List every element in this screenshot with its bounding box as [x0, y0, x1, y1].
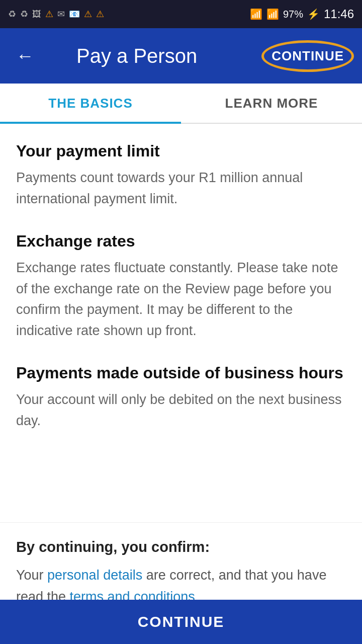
confirm-title: By continuing, you confirm: — [16, 539, 346, 555]
confirm-body-prefix: Your — [16, 568, 47, 583]
status-bar-right: 📶 📶 97% ⚡ 11:46 — [250, 7, 354, 21]
bottom-continue-label: CONTINUE — [138, 613, 225, 630]
warning-icon: ⚠ — [45, 9, 53, 20]
tab-basics[interactable]: THE BASICS — [0, 84, 181, 123]
warning2-icon: ⚠ — [84, 9, 92, 20]
battery-charging-icon: ⚡ — [307, 8, 320, 20]
header-continue-button[interactable]: CONTINUE — [265, 44, 350, 68]
gmail-icon: 📧 — [69, 9, 80, 20]
recycle-icon: ♻ — [8, 9, 16, 20]
section-payment-limit-title: Your payment limit — [16, 142, 346, 160]
personal-details-link[interactable]: personal details — [47, 568, 142, 583]
section-outside-hours-body: Your account will only be debited on the… — [16, 389, 346, 432]
status-bar: ♻ ♻ 🖼 ⚠ ✉ 📧 ⚠ ⚠ 📶 📶 97% ⚡ 11:46 — [0, 0, 362, 28]
wifi-icon: 📶 — [250, 8, 262, 20]
section-payment-limit: Your payment limit Payments count toward… — [16, 142, 346, 210]
section-payment-limit-body: Payments count towards your R1 million a… — [16, 168, 346, 210]
bottom-continue-button[interactable]: CONTINUE — [0, 600, 362, 644]
section-outside-hours: Payments made outside of business hours … — [16, 364, 346, 432]
email-icon: ✉ — [57, 9, 65, 20]
clock: 11:46 — [324, 7, 354, 21]
warning3-icon: ⚠ — [96, 9, 104, 20]
battery-percent: 97% — [283, 9, 303, 20]
tab-learn-more[interactable]: LEARN MORE — [181, 84, 362, 123]
section-outside-hours-title: Payments made outside of business hours — [16, 364, 346, 382]
main-content: Your payment limit Payments count toward… — [0, 124, 362, 432]
signal-icon: 📶 — [266, 8, 279, 20]
status-bar-left: ♻ ♻ 🖼 ⚠ ✉ 📧 ⚠ ⚠ — [8, 9, 104, 20]
header: ← Pay a Person CONTINUE — [0, 28, 362, 84]
section-exchange-rates-body: Exchange rates fluctuate constantly. Ple… — [16, 258, 346, 342]
page-title: Pay a Person — [8, 45, 265, 67]
image-icon: 🖼 — [32, 9, 41, 20]
section-exchange-rates-title: Exchange rates — [16, 232, 346, 251]
tabs-container: THE BASICS LEARN MORE — [0, 84, 362, 124]
section-exchange-rates: Exchange rates Exchange rates fluctuate … — [16, 232, 346, 342]
recycle2-icon: ♻ — [20, 9, 28, 20]
